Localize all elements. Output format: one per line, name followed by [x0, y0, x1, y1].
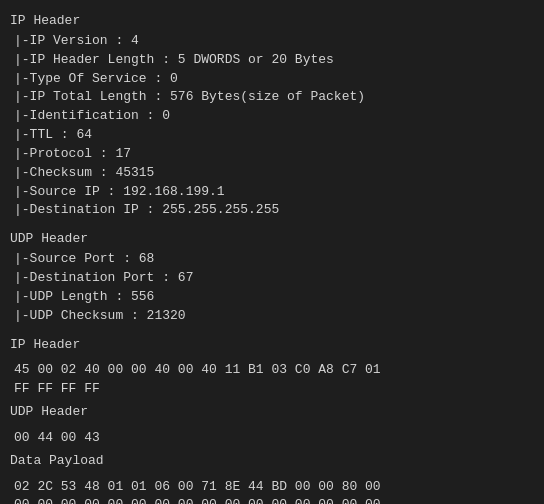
field-destination-port: |-Destination Port : 67: [10, 269, 534, 288]
field-type-of-service: |-Type Of Service : 0: [10, 70, 534, 89]
field-udp-checksum: |-UDP Checksum : 21320: [10, 307, 534, 326]
ip-header-2-title: IP Header: [10, 336, 534, 355]
udp-hex-line-1: 00 44 00 43: [10, 429, 534, 448]
field-ip-total-length: |-IP Total Length : 576 Bytes(size of Pa…: [10, 88, 534, 107]
field-udp-length: |-UDP Length : 556: [10, 288, 534, 307]
ip-hex-line-1: 45 00 02 40 00 00 40 00 40 11 B1 03 C0 A…: [10, 361, 534, 380]
field-protocol: |-Protocol : 17: [10, 145, 534, 164]
ip-hex-line-2: FF FF FF FF: [10, 380, 534, 399]
payload-hex-line-1: 02 2C 53 48 01 01 06 00 71 8E 44 BD 00 0…: [10, 478, 534, 497]
udp-header-2-section: UDP Header 00 44 00 43: [10, 403, 534, 448]
udp-header-1-title: UDP Header: [10, 230, 534, 249]
field-source-ip: |-Source IP : 192.168.199.1: [10, 183, 534, 202]
ip-header-1-title: IP Header: [10, 12, 534, 31]
field-ip-version: |-IP Version : 4: [10, 32, 534, 51]
ip-header-2-section: IP Header 45 00 02 40 00 00 40 00 40 11 …: [10, 336, 534, 400]
field-destination-ip: |-Destination IP : 255.255.255.255: [10, 201, 534, 220]
field-identification: |-Identification : 0: [10, 107, 534, 126]
udp-header-1-section: UDP Header |-Source Port : 68 |-Destinat…: [10, 230, 534, 325]
data-payload-title: Data Payload: [10, 452, 534, 471]
field-checksum: |-Checksum : 45315: [10, 164, 534, 183]
data-payload-section: Data Payload 02 2C 53 48 01 01 06 00 71 …: [10, 452, 534, 504]
ip-header-1-section: IP Header |-IP Version : 4 |-IP Header L…: [10, 12, 534, 220]
payload-hex-line-2: 00 00 00 00 00 00 00 00 00 00 00 00 00 0…: [10, 496, 534, 504]
udp-header-2-title: UDP Header: [10, 403, 534, 422]
field-ttl: |-TTL : 64: [10, 126, 534, 145]
field-ip-header-length: |-IP Header Length : 5 DWORDS or 20 Byte…: [10, 51, 534, 70]
field-source-port: |-Source Port : 68: [10, 250, 534, 269]
terminal-output: IP Header |-IP Version : 4 |-IP Header L…: [10, 12, 534, 504]
